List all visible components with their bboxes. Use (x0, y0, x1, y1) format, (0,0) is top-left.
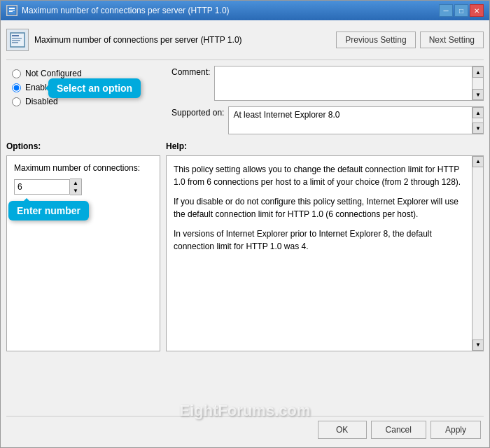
comment-scrollbar: ▲ ▼ (472, 66, 483, 100)
not-configured-radio-item: Not Configured (12, 69, 160, 78)
titlebar: Maximum number of connections per server… (1, 1, 489, 20)
spinner-buttons: ▲ ▼ (70, 178, 82, 195)
window-title: Maximum number of connections per server… (22, 6, 230, 15)
help-section-label: Help: (166, 140, 187, 153)
help-scroll-down[interactable]: ▼ (472, 340, 484, 351)
svg-rect-2 (9, 10, 15, 10)
number-input[interactable] (14, 179, 70, 195)
help-text: This policy setting allows you to change… (174, 163, 476, 253)
comment-label: Comment: (172, 66, 210, 77)
apply-button[interactable]: Apply (430, 421, 481, 439)
select-option-tooltip: Select an option (48, 78, 141, 98)
disabled-label: Disabled (25, 97, 58, 106)
separator-1 (6, 59, 484, 60)
supported-scroll-down[interactable]: ▼ (472, 122, 484, 134)
nav-buttons: Previous Setting Next Setting (336, 31, 484, 48)
supported-value: At least Internet Explorer 8.0 (233, 110, 340, 120)
comment-textarea[interactable] (215, 66, 472, 100)
help-paragraph-1: This policy setting allows you to change… (174, 163, 462, 188)
spinner-up[interactable]: ▲ (70, 179, 81, 187)
supported-label: Supported on: (172, 106, 224, 118)
supported-scroll-up[interactable]: ▲ (472, 107, 484, 118)
not-configured-label: Not Configured (25, 69, 82, 78)
cancel-button[interactable]: Cancel (371, 421, 426, 439)
help-paragraph-3: In versions of Internet Explorer prior t… (174, 227, 462, 253)
spinner-down[interactable]: ▼ (70, 187, 81, 195)
comment-section: Comment: ▲ ▼ (166, 66, 484, 101)
svg-rect-8 (12, 42, 18, 43)
bottom-bar: OK Cancel Apply (6, 416, 484, 442)
options-panel: Maximum number of connections: ▲ ▼ Enter… (6, 155, 160, 351)
window-icon (6, 5, 18, 16)
close-button[interactable]: ✕ (470, 4, 484, 17)
header-row: Maximum number of connections per server… (6, 26, 484, 54)
options-section-label: Options: (6, 140, 41, 153)
minimize-button[interactable]: ─ (439, 4, 453, 17)
svg-rect-1 (9, 8, 15, 9)
number-input-container: ▲ ▼ Enter number (14, 178, 153, 195)
svg-rect-3 (9, 11, 13, 12)
ok-button[interactable]: OK (318, 421, 367, 439)
svg-rect-7 (12, 40, 20, 41)
scroll-down-arrow[interactable]: ▼ (472, 89, 484, 100)
prev-setting-button[interactable]: Previous Setting (336, 31, 415, 48)
help-paragraph-2: If you disable or do not configure this … (174, 195, 462, 220)
header-title: Maximum number of connections per server… (34, 35, 242, 45)
enter-number-tooltip: Enter number (8, 201, 89, 220)
radio-group: Not Configured Enabled Select an option … (6, 66, 160, 109)
help-panel: This policy setting allows you to change… (166, 155, 484, 351)
disabled-radio-item: Disabled (12, 97, 160, 106)
maximize-button[interactable]: □ (454, 4, 468, 17)
comment-box: ▲ ▼ (214, 66, 484, 101)
help-scroll-up[interactable]: ▲ (472, 156, 484, 167)
supported-section: Supported on: At least Internet Explorer… (166, 106, 484, 134)
svg-rect-5 (12, 35, 19, 36)
scroll-up-arrow[interactable]: ▲ (472, 66, 484, 78)
svg-rect-6 (12, 38, 22, 39)
options-title: Maximum number of connections: (14, 163, 153, 173)
disabled-radio[interactable] (12, 97, 21, 106)
supported-box: At least Internet Explorer 8.0 ▲ ▼ (228, 106, 484, 134)
not-configured-radio[interactable] (12, 69, 21, 78)
window-controls: ─ □ ✕ (439, 4, 484, 17)
next-setting-button[interactable]: Next Setting (420, 31, 484, 48)
help-scrollbar: ▲ ▼ (472, 156, 483, 351)
enabled-radio[interactable] (12, 83, 21, 92)
supported-scrollbar: ▲ ▼ (472, 107, 483, 134)
policy-icon (6, 29, 29, 51)
